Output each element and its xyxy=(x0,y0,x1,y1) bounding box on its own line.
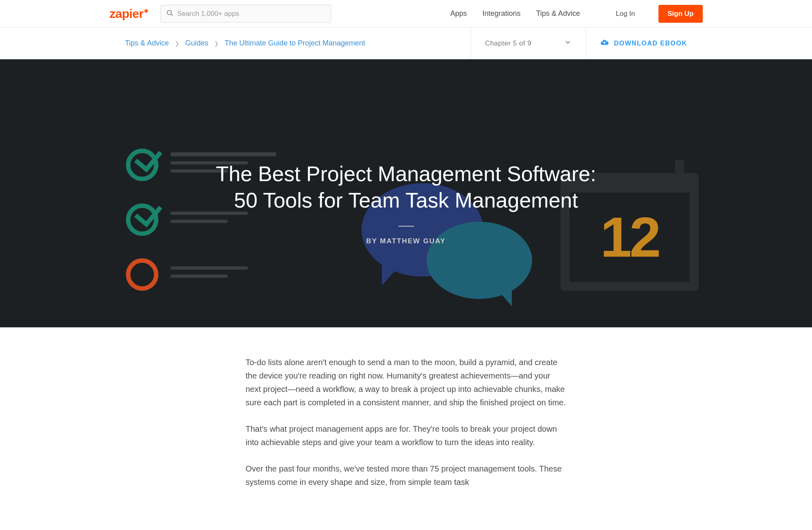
paragraph: Over the past four months, we've tested … xyxy=(246,462,567,489)
paragraph: That's what project management apps are … xyxy=(246,422,567,449)
crumb-tips[interactable]: Tips & Advice xyxy=(125,39,169,48)
nav-integrations[interactable]: Integrations xyxy=(483,9,521,18)
breadcrumb: Tips & Advice ❯ Guides ❯ The Ultimate Gu… xyxy=(125,28,471,59)
logo[interactable]: zapier ✱ xyxy=(110,8,149,20)
chevron-down-icon xyxy=(564,38,572,48)
cloud-download-icon xyxy=(600,38,609,49)
paragraph: To-do lists alone aren't enough to send … xyxy=(246,356,567,409)
svg-point-0 xyxy=(167,10,172,15)
title-line-2: 50 Tools for Team Task Management xyxy=(234,188,578,212)
chevron-right-icon: ❯ xyxy=(175,40,180,47)
chapter-label: Chapter 5 of 9 xyxy=(485,39,532,48)
logo-text: zapier xyxy=(110,8,144,20)
sub-nav: Tips & Advice ❯ Guides ❯ The Ultimate Gu… xyxy=(0,28,812,59)
crumb-guides[interactable]: Guides xyxy=(185,39,208,48)
download-label: DOWNLOAD EBOOK xyxy=(614,40,687,47)
title-line-1: The Best Project Management Software: xyxy=(216,162,596,186)
login-link[interactable]: Log In xyxy=(616,10,635,18)
chapter-selector[interactable]: Chapter 5 of 9 xyxy=(471,28,586,59)
search-icon xyxy=(166,9,173,18)
search-wrap xyxy=(160,5,331,23)
article-body: To-do lists alone aren't enough to send … xyxy=(238,327,575,518)
signup-button[interactable]: Sign Up xyxy=(658,5,702,23)
circle-icon xyxy=(126,258,158,291)
logo-star-icon: ✱ xyxy=(144,8,149,14)
top-nav: zapier ✱ Apps Integrations Tips & Advice… xyxy=(0,0,812,28)
nav-apps[interactable]: Apps xyxy=(450,9,467,18)
chevron-right-icon: ❯ xyxy=(214,40,219,47)
nav-tips[interactable]: Tips & Advice xyxy=(536,9,580,18)
download-ebook-link[interactable]: DOWNLOAD EBOOK xyxy=(586,28,687,59)
divider xyxy=(398,226,414,227)
hero: 12 The Best Project Management Software:… xyxy=(0,59,812,327)
byline: BY MATTHEW GUAY xyxy=(110,237,703,245)
search-input[interactable] xyxy=(160,5,331,23)
page-title: The Best Project Management Software: 50… xyxy=(110,161,703,214)
primary-nav: Apps Integrations Tips & Advice Log In S… xyxy=(450,5,703,23)
svg-line-1 xyxy=(171,14,173,16)
crumb-guide-title[interactable]: The Ultimate Guide to Project Management xyxy=(225,39,365,48)
